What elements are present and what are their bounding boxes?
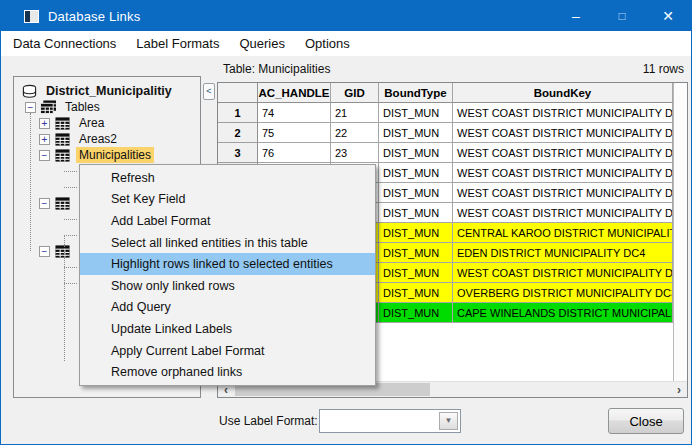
cell-key: EDEN DISTRICT MUNICIPALITY DC4 bbox=[453, 243, 673, 263]
table-row-1[interactable]: 17421DIST_MUNWEST COAST DISTRICT MUNICIP… bbox=[218, 103, 687, 123]
app-icon bbox=[24, 10, 39, 23]
label-format-combo[interactable]: ▼ bbox=[319, 409, 461, 433]
menubar-item-label-formats[interactable]: Label Formats bbox=[126, 31, 229, 56]
expander-minus-icon[interactable]: − bbox=[25, 102, 36, 113]
column-header-gid[interactable]: GID bbox=[331, 83, 379, 103]
maximize-button[interactable]: □ bbox=[599, 1, 645, 31]
close-icon: ✕ bbox=[662, 8, 674, 24]
context-menu-item-show-only-linked-rows[interactable]: Show only linked rows bbox=[80, 275, 375, 297]
cell-type: DIST_MUN bbox=[379, 243, 453, 263]
cell-key: WEST COAST DISTRICT MUNICIPALITY DC1 bbox=[453, 103, 673, 123]
cell-num: 1 bbox=[218, 103, 258, 123]
table-icon bbox=[54, 244, 71, 259]
titlebar[interactable]: Database Links – □ ✕ bbox=[1, 1, 691, 31]
context-menu-item-update-linked-labels[interactable]: Update Linked Labels bbox=[80, 318, 375, 340]
cell-type: DIST_MUN bbox=[379, 223, 453, 243]
database-links-window: Database Links – □ ✕ Data ConnectionsLab… bbox=[0, 0, 692, 445]
context-menu-item-add-label-format[interactable]: Add Label Format bbox=[80, 210, 375, 232]
table-icon bbox=[54, 132, 71, 147]
table-icon bbox=[54, 148, 71, 163]
cell-key: OVERBERG DISTRICT MUNICIPALITY DC3 bbox=[453, 283, 673, 303]
tree-item-district-municipalitiy[interactable]: District_Municipalitiy bbox=[14, 83, 200, 99]
tree-label: Tables bbox=[62, 99, 103, 115]
combo-dropdown-button[interactable]: ▼ bbox=[439, 412, 458, 430]
cell-type: DIST_MUN bbox=[379, 143, 453, 163]
minimize-icon: – bbox=[572, 8, 580, 24]
tree-label: Municipalities bbox=[76, 147, 154, 163]
chevron-down-icon: ▼ bbox=[445, 417, 453, 425]
cell-gid: 23 bbox=[331, 143, 379, 163]
cell-key: WEST COAST DISTRICT MUNICIPALITY DC1 bbox=[453, 143, 673, 163]
corner-header[interactable] bbox=[218, 83, 258, 103]
use-label-format-label: Use Label Format: bbox=[219, 414, 318, 428]
close-window-button[interactable]: ✕ bbox=[645, 1, 691, 31]
cell-handle: 74 bbox=[258, 103, 331, 123]
cell-type: DIST_MUN bbox=[379, 123, 453, 143]
tree-item-tables[interactable]: −Tables bbox=[14, 99, 200, 115]
expander-minus-icon[interactable]: − bbox=[39, 150, 50, 161]
tree-item-municipalities[interactable]: −Municipalities bbox=[14, 147, 200, 163]
window-controls: – □ ✕ bbox=[553, 1, 691, 31]
table-row-3[interactable]: 37623DIST_MUNWEST COAST DISTRICT MUNICIP… bbox=[218, 143, 687, 163]
menubar: Data ConnectionsLabel FormatsQueriesOpti… bbox=[1, 31, 691, 56]
cell-num: 3 bbox=[218, 143, 258, 163]
tables-icon bbox=[40, 100, 57, 115]
column-header-boundkey[interactable]: BoundKey bbox=[453, 83, 673, 103]
context-menu-item-select-all-linked-entities-in-this-table[interactable]: Select all linked entities in this table bbox=[80, 232, 375, 254]
context-menu-item-apply-current-label-format[interactable]: Apply Current Label Format bbox=[80, 340, 375, 362]
cell-key: WEST COAST DISTRICT MUNICIPALITY DC1 bbox=[453, 263, 673, 283]
cell-type: DIST_MUN bbox=[379, 263, 453, 283]
context-menu-item-add-query[interactable]: Add Query bbox=[80, 297, 375, 319]
menubar-item-options[interactable]: Options bbox=[295, 31, 360, 56]
column-header-boundtype[interactable]: BoundType bbox=[379, 83, 453, 103]
minimize-button[interactable]: – bbox=[553, 1, 599, 31]
expander-plus-icon[interactable]: + bbox=[39, 134, 50, 145]
grid-header-row: AC_HANDLEGIDBoundTypeBoundKey bbox=[218, 83, 687, 103]
tree-connector-line bbox=[30, 113, 31, 251]
cell-type: DIST_MUN bbox=[379, 283, 453, 303]
menubar-item-queries[interactable]: Queries bbox=[229, 31, 295, 56]
cell-key: WEST COAST DISTRICT MUNICIPALITY DC1 bbox=[453, 123, 673, 143]
table-row-2[interactable]: 27522DIST_MUNWEST COAST DISTRICT MUNICIP… bbox=[218, 123, 687, 143]
cell-num: 2 bbox=[218, 123, 258, 143]
tree-item-area[interactable]: +Area bbox=[14, 115, 200, 131]
cell-key: WEST COAST DISTRICT MUNICIPALITY DC1 bbox=[453, 203, 673, 223]
column-header-ac-handle[interactable]: AC_HANDLE bbox=[258, 83, 331, 103]
tree-label: Area bbox=[76, 115, 107, 131]
table-caption: Table: Municipalities bbox=[223, 62, 330, 76]
scroll-right-icon[interactable]: › bbox=[671, 382, 687, 397]
cell-handle: 75 bbox=[258, 123, 331, 143]
cell-type: DIST_MUN bbox=[379, 303, 453, 323]
context-menu-item-remove-orphaned-links[interactable]: Remove orphaned links bbox=[80, 361, 375, 383]
tree-connector-line bbox=[64, 235, 65, 361]
cell-gid: 22 bbox=[331, 123, 379, 143]
maximize-icon: □ bbox=[618, 9, 625, 23]
cell-type: DIST_MUN bbox=[379, 183, 453, 203]
database-icon bbox=[21, 84, 38, 99]
close-button[interactable]: Close bbox=[608, 408, 684, 434]
cell-type: DIST_MUN bbox=[379, 163, 453, 183]
cell-type: DIST_MUN bbox=[379, 103, 453, 123]
expander-plus-icon[interactable]: + bbox=[39, 118, 50, 129]
context-menu: RefreshSet Key FieldAdd Label FormatSele… bbox=[79, 164, 376, 386]
collapse-tree-button[interactable]: < bbox=[203, 83, 215, 100]
tree-label: District_Municipalitiy bbox=[43, 83, 175, 99]
cell-key: WEST COAST DISTRICT MUNICIPALITY DC1 bbox=[453, 163, 673, 183]
context-menu-items: RefreshSet Key FieldAdd Label FormatSele… bbox=[80, 167, 375, 383]
expander-minus-icon[interactable]: − bbox=[39, 198, 50, 209]
context-menu-item-refresh[interactable]: Refresh bbox=[80, 167, 375, 189]
vertical-scrollbar[interactable] bbox=[673, 83, 687, 381]
cell-key: WEST COAST DISTRICT MUNICIPALITY DC1 bbox=[453, 183, 673, 203]
row-count-label: 11 rows bbox=[643, 62, 684, 76]
tree-item-areas2[interactable]: +Areas2 bbox=[14, 131, 200, 147]
table-icon bbox=[54, 116, 71, 131]
cell-key: CAPE WINELANDS DISTRICT MUNICIPALITY D bbox=[453, 303, 673, 323]
context-menu-item-highlight-rows-linked-to-selected-entities[interactable]: Highlight rows linked to selected entiti… bbox=[80, 253, 375, 275]
window-title: Database Links bbox=[48, 9, 140, 24]
tree-label: Areas2 bbox=[76, 131, 120, 147]
expander-minus-icon[interactable]: − bbox=[39, 246, 50, 257]
context-menu-item-set-key-field[interactable]: Set Key Field bbox=[80, 189, 375, 211]
cell-handle: 76 bbox=[258, 143, 331, 163]
cell-key: CENTRAL KAROO DISTRICT MUNICIPALITY DC bbox=[453, 223, 673, 243]
menubar-item-data-connections[interactable]: Data Connections bbox=[3, 31, 126, 56]
